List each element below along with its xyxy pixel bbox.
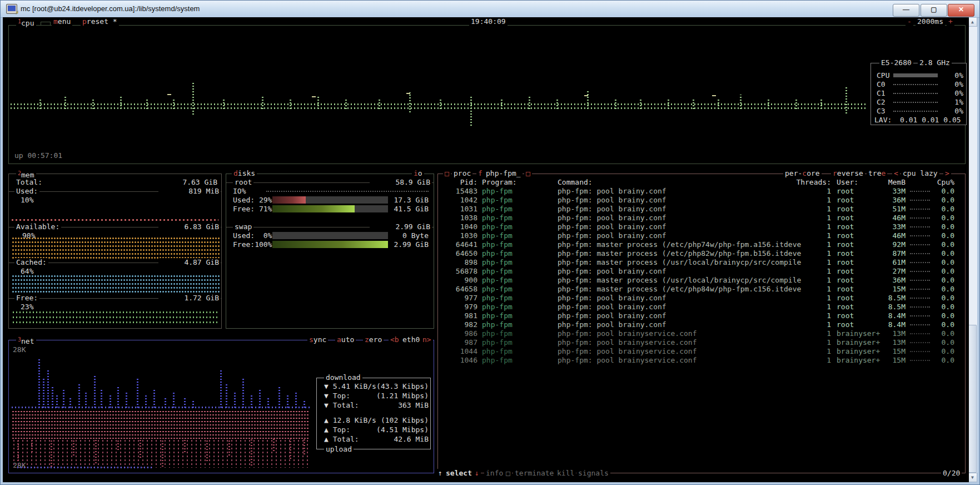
- tab-io[interactable]: io: [412, 169, 424, 178]
- vertical-scrollbar[interactable]: ▲ ▼: [968, 17, 977, 482]
- core-usage-bar: [893, 102, 938, 103]
- info-action[interactable]: info: [484, 469, 505, 478]
- download-title: download: [324, 373, 362, 382]
- proc-user: root: [831, 267, 875, 276]
- tab-disks[interactable]: disks: [232, 169, 257, 178]
- proc-row[interactable]: 1040 php-fpm php-fpm: pool brainy.conf 1…: [443, 222, 968, 231]
- proc-cpu: 0.0: [932, 222, 954, 231]
- proc-row[interactable]: 982 php-fpm php-fpm: pool brainy.conf 1 …: [443, 320, 968, 329]
- tab-proc[interactable]: proc: [452, 169, 472, 178]
- proc-row[interactable]: 64641 php-fpm php-fpm: master process (/…: [443, 240, 968, 249]
- close-button[interactable]: ✕: [948, 4, 974, 17]
- kill-action[interactable]: kill: [555, 469, 576, 478]
- title-bar[interactable]: mc [root@ub24.itdeveloper.com.ua]:/lib/s…: [1, 1, 979, 18]
- col-mem[interactable]: MemB: [875, 178, 906, 187]
- proc-row[interactable]: 986 php-fpm php-fpm: pool brainyservice.…: [443, 329, 968, 338]
- tab-net[interactable]: 3net: [16, 335, 36, 346]
- iface-prev-icon[interactable]: <b: [389, 335, 401, 344]
- mem-free-value: 1.72 GiB: [158, 294, 221, 303]
- proc-row[interactable]: 900 php-fpm php-fpm: master process (/us…: [443, 276, 968, 285]
- proc-row[interactable]: 898 php-fpm php-fpm: master process (/us…: [443, 258, 968, 267]
- col-command[interactable]: Command:: [558, 178, 792, 187]
- maximize-button[interactable]: ▢: [921, 4, 947, 17]
- interval-decrease-button[interactable]: -: [906, 17, 913, 26]
- proc-row[interactable]: 56878 php-fpm php-fpm: pool brainy.conf …: [443, 267, 968, 276]
- scroll-up-icon[interactable]: ▲: [968, 17, 977, 27]
- proc-mem: 36M: [875, 196, 906, 205]
- proc-program: php-fpm: [477, 294, 558, 303]
- sort-next-icon[interactable]: >: [943, 169, 951, 178]
- proc-row[interactable]: 987 php-fpm php-fpm: pool brainyservice.…: [443, 338, 968, 347]
- proc-pid: 900: [443, 276, 477, 285]
- reverse-toggle[interactable]: reverse: [831, 169, 865, 178]
- proc-cpu: 0.0: [932, 285, 954, 294]
- proc-threads: 1: [792, 240, 831, 249]
- download-arrow-icon: ▼: [324, 382, 329, 390]
- proc-program: php-fpm: [477, 329, 558, 338]
- col-threads[interactable]: Threads:: [792, 178, 831, 187]
- per-core-toggle[interactable]: per-core: [783, 169, 822, 178]
- tree-toggle[interactable]: tree: [867, 169, 887, 178]
- scrollbar-thumb[interactable]: [968, 325, 977, 473]
- terminal-screen: 1cpu menu preset * 19:40:09 - 2000ms + u…: [3, 17, 969, 482]
- proc-command: php-fpm: master process (/etc/php84w/php…: [558, 285, 792, 294]
- proc-program: php-fpm: [477, 249, 558, 258]
- proc-program: php-fpm: [477, 285, 558, 294]
- proc-row[interactable]: 64658 php-fpm php-fpm: master process (/…: [443, 285, 968, 294]
- interval-increase-button[interactable]: +: [947, 17, 954, 26]
- minimize-button[interactable]: —: [893, 4, 919, 17]
- proc-row[interactable]: 1031 php-fpm php-fpm: pool brainy.conf 1…: [443, 205, 968, 214]
- menu-button[interactable]: menu: [52, 17, 72, 26]
- proc-table-header: Pid: Program: Command: Threads: User: Me…: [443, 178, 968, 187]
- proc-program: php-fpm: [477, 347, 558, 356]
- disk-root-used-value: 17.3 GiB: [370, 196, 429, 205]
- proc-row[interactable]: 977 php-fpm php-fpm: pool brainy.conf 1 …: [443, 294, 968, 303]
- core-label: C1: [877, 89, 886, 98]
- select-action[interactable]: select: [444, 469, 474, 478]
- proc-row[interactable]: 64650 php-fpm php-fpm: master process (/…: [443, 249, 968, 258]
- proc-row[interactable]: 979 php-fpm php-fpm: pool brainy.conf 1 …: [443, 303, 968, 311]
- net-sync-toggle[interactable]: sync: [307, 335, 328, 344]
- proc-pid: 1038: [443, 214, 477, 222]
- proc-cpu: 0.0: [932, 320, 954, 329]
- scroll-down-icon[interactable]: ▼: [968, 473, 977, 482]
- proc-filter-key[interactable]: f: [476, 169, 484, 178]
- proc-cpu: 0.0: [932, 294, 954, 303]
- net-zero-toggle[interactable]: zero: [363, 335, 384, 344]
- proc-mem: 13M: [875, 338, 906, 347]
- proc-row[interactable]: 15483 php-fpm php-fpm: pool brainy.conf …: [443, 187, 968, 196]
- core-usage-value: 1%: [954, 98, 963, 107]
- mem-total-value: 7.63 GiB: [158, 178, 217, 187]
- core-label: C2: [877, 98, 886, 107]
- proc-cpu-sparkline: [910, 235, 932, 236]
- select-up-icon[interactable]: ↑: [436, 469, 444, 478]
- proc-filter-input[interactable]: php-fpm_: [484, 169, 523, 178]
- core-label: C0: [877, 80, 886, 89]
- col-pid[interactable]: Pid:: [443, 178, 477, 187]
- iface-next-icon[interactable]: n>: [421, 335, 433, 344]
- net-auto-toggle[interactable]: auto: [335, 335, 356, 344]
- select-down-icon[interactable]: ↓: [473, 469, 481, 478]
- signals-action[interactable]: signals: [576, 469, 610, 478]
- proc-user: root: [831, 311, 875, 320]
- terminate-action[interactable]: terminate: [513, 469, 555, 478]
- col-program[interactable]: Program:: [477, 178, 558, 187]
- cpu-graph-baseline2: [11, 107, 868, 109]
- tab-cpu[interactable]: 1cpu: [16, 17, 36, 28]
- disk-swap-free-value: 2.99 GiB: [370, 240, 429, 249]
- disk-swap-size: 2.99 GiB: [370, 222, 432, 231]
- proc-row[interactable]: 1038 php-fpm php-fpm: pool brainy.conf 1…: [443, 214, 968, 222]
- proc-cpu-sparkline: [910, 306, 932, 308]
- proc-row[interactable]: 981 php-fpm php-fpm: pool brainy.conf 1 …: [443, 311, 968, 320]
- col-user[interactable]: User:: [831, 178, 875, 187]
- proc-row[interactable]: 1046 php-fpm php-fpm: pool brainyservice…: [443, 356, 968, 365]
- proc-row[interactable]: 1044 php-fpm php-fpm: pool brainyservice…: [443, 347, 968, 356]
- proc-row[interactable]: 1042 php-fpm php-fpm: pool brainy.conf 1…: [443, 196, 968, 205]
- proc-row[interactable]: 1030 php-fpm php-fpm: pool brainy.conf 1…: [443, 231, 968, 240]
- sort-prev-icon[interactable]: <: [892, 169, 900, 178]
- col-cpu[interactable]: Cpu%: [932, 178, 954, 187]
- proc-threads: 1: [792, 231, 831, 240]
- preset-button[interactable]: preset *: [81, 17, 119, 26]
- proc-user: root: [831, 205, 875, 214]
- proc-cpu: 0.0: [932, 276, 954, 285]
